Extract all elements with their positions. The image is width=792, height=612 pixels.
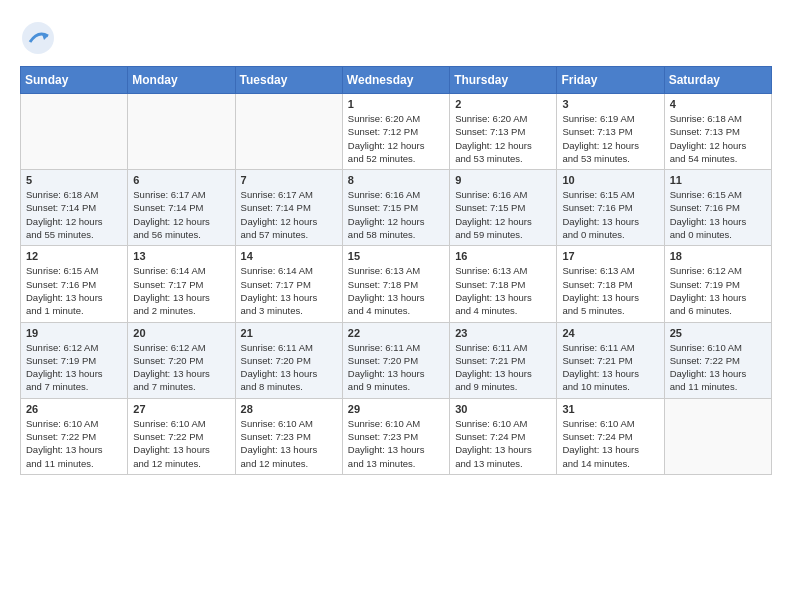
calendar-cell: 17Sunrise: 6:13 AM Sunset: 7:18 PM Dayli… [557,246,664,322]
day-info: Sunrise: 6:16 AM Sunset: 7:15 PM Dayligh… [348,188,444,241]
calendar-table: SundayMondayTuesdayWednesdayThursdayFrid… [20,66,772,475]
day-number: 11 [670,174,766,186]
calendar-header-row: SundayMondayTuesdayWednesdayThursdayFrid… [21,67,772,94]
calendar-cell: 23Sunrise: 6:11 AM Sunset: 7:21 PM Dayli… [450,322,557,398]
day-number: 2 [455,98,551,110]
day-number: 19 [26,327,122,339]
calendar-cell: 2Sunrise: 6:20 AM Sunset: 7:13 PM Daylig… [450,94,557,170]
calendar-cell: 24Sunrise: 6:11 AM Sunset: 7:21 PM Dayli… [557,322,664,398]
day-info: Sunrise: 6:10 AM Sunset: 7:23 PM Dayligh… [241,417,337,470]
day-info: Sunrise: 6:10 AM Sunset: 7:22 PM Dayligh… [670,341,766,394]
day-number: 1 [348,98,444,110]
day-info: Sunrise: 6:10 AM Sunset: 7:22 PM Dayligh… [133,417,229,470]
day-number: 28 [241,403,337,415]
calendar-cell: 9Sunrise: 6:16 AM Sunset: 7:15 PM Daylig… [450,170,557,246]
day-number: 20 [133,327,229,339]
calendar-cell: 15Sunrise: 6:13 AM Sunset: 7:18 PM Dayli… [342,246,449,322]
column-header-saturday: Saturday [664,67,771,94]
column-header-friday: Friday [557,67,664,94]
calendar-cell: 8Sunrise: 6:16 AM Sunset: 7:15 PM Daylig… [342,170,449,246]
day-number: 13 [133,250,229,262]
day-info: Sunrise: 6:11 AM Sunset: 7:21 PM Dayligh… [455,341,551,394]
calendar-cell: 21Sunrise: 6:11 AM Sunset: 7:20 PM Dayli… [235,322,342,398]
day-number: 9 [455,174,551,186]
day-number: 31 [562,403,658,415]
day-info: Sunrise: 6:12 AM Sunset: 7:19 PM Dayligh… [26,341,122,394]
calendar-cell: 10Sunrise: 6:15 AM Sunset: 7:16 PM Dayli… [557,170,664,246]
day-info: Sunrise: 6:13 AM Sunset: 7:18 PM Dayligh… [348,264,444,317]
calendar-cell: 30Sunrise: 6:10 AM Sunset: 7:24 PM Dayli… [450,398,557,474]
day-number: 21 [241,327,337,339]
day-number: 14 [241,250,337,262]
calendar-cell: 11Sunrise: 6:15 AM Sunset: 7:16 PM Dayli… [664,170,771,246]
column-header-wednesday: Wednesday [342,67,449,94]
column-header-tuesday: Tuesday [235,67,342,94]
day-info: Sunrise: 6:10 AM Sunset: 7:22 PM Dayligh… [26,417,122,470]
page-header [20,20,772,56]
calendar-cell: 26Sunrise: 6:10 AM Sunset: 7:22 PM Dayli… [21,398,128,474]
calendar-cell: 18Sunrise: 6:12 AM Sunset: 7:19 PM Dayli… [664,246,771,322]
calendar-cell: 29Sunrise: 6:10 AM Sunset: 7:23 PM Dayli… [342,398,449,474]
day-info: Sunrise: 6:17 AM Sunset: 7:14 PM Dayligh… [133,188,229,241]
day-info: Sunrise: 6:14 AM Sunset: 7:17 PM Dayligh… [133,264,229,317]
day-info: Sunrise: 6:18 AM Sunset: 7:13 PM Dayligh… [670,112,766,165]
calendar-cell: 22Sunrise: 6:11 AM Sunset: 7:20 PM Dayli… [342,322,449,398]
calendar-cell: 5Sunrise: 6:18 AM Sunset: 7:14 PM Daylig… [21,170,128,246]
calendar-cell: 4Sunrise: 6:18 AM Sunset: 7:13 PM Daylig… [664,94,771,170]
day-info: Sunrise: 6:20 AM Sunset: 7:13 PM Dayligh… [455,112,551,165]
day-info: Sunrise: 6:19 AM Sunset: 7:13 PM Dayligh… [562,112,658,165]
calendar-cell: 6Sunrise: 6:17 AM Sunset: 7:14 PM Daylig… [128,170,235,246]
calendar-cell [664,398,771,474]
calendar-cell: 27Sunrise: 6:10 AM Sunset: 7:22 PM Dayli… [128,398,235,474]
day-info: Sunrise: 6:13 AM Sunset: 7:18 PM Dayligh… [562,264,658,317]
day-number: 30 [455,403,551,415]
day-number: 27 [133,403,229,415]
day-info: Sunrise: 6:15 AM Sunset: 7:16 PM Dayligh… [562,188,658,241]
calendar-cell: 20Sunrise: 6:12 AM Sunset: 7:20 PM Dayli… [128,322,235,398]
day-number: 6 [133,174,229,186]
day-info: Sunrise: 6:16 AM Sunset: 7:15 PM Dayligh… [455,188,551,241]
day-number: 4 [670,98,766,110]
calendar-cell [128,94,235,170]
logo [20,20,58,56]
day-info: Sunrise: 6:15 AM Sunset: 7:16 PM Dayligh… [26,264,122,317]
day-number: 26 [26,403,122,415]
day-info: Sunrise: 6:15 AM Sunset: 7:16 PM Dayligh… [670,188,766,241]
day-number: 7 [241,174,337,186]
day-number: 15 [348,250,444,262]
day-info: Sunrise: 6:10 AM Sunset: 7:23 PM Dayligh… [348,417,444,470]
calendar-cell: 3Sunrise: 6:19 AM Sunset: 7:13 PM Daylig… [557,94,664,170]
calendar-week-0: 1Sunrise: 6:20 AM Sunset: 7:12 PM Daylig… [21,94,772,170]
calendar-week-4: 26Sunrise: 6:10 AM Sunset: 7:22 PM Dayli… [21,398,772,474]
calendar-cell: 19Sunrise: 6:12 AM Sunset: 7:19 PM Dayli… [21,322,128,398]
day-info: Sunrise: 6:12 AM Sunset: 7:19 PM Dayligh… [670,264,766,317]
calendar-cell: 13Sunrise: 6:14 AM Sunset: 7:17 PM Dayli… [128,246,235,322]
day-number: 3 [562,98,658,110]
day-number: 10 [562,174,658,186]
calendar-cell: 12Sunrise: 6:15 AM Sunset: 7:16 PM Dayli… [21,246,128,322]
calendar-cell: 7Sunrise: 6:17 AM Sunset: 7:14 PM Daylig… [235,170,342,246]
calendar-cell: 28Sunrise: 6:10 AM Sunset: 7:23 PM Dayli… [235,398,342,474]
calendar-week-3: 19Sunrise: 6:12 AM Sunset: 7:19 PM Dayli… [21,322,772,398]
column-header-monday: Monday [128,67,235,94]
day-number: 23 [455,327,551,339]
svg-point-0 [22,22,54,54]
day-number: 17 [562,250,658,262]
calendar-week-1: 5Sunrise: 6:18 AM Sunset: 7:14 PM Daylig… [21,170,772,246]
day-info: Sunrise: 6:11 AM Sunset: 7:20 PM Dayligh… [241,341,337,394]
day-number: 29 [348,403,444,415]
day-number: 25 [670,327,766,339]
day-number: 16 [455,250,551,262]
day-number: 8 [348,174,444,186]
calendar-cell: 16Sunrise: 6:13 AM Sunset: 7:18 PM Dayli… [450,246,557,322]
calendar-cell: 31Sunrise: 6:10 AM Sunset: 7:24 PM Dayli… [557,398,664,474]
day-number: 12 [26,250,122,262]
day-info: Sunrise: 6:12 AM Sunset: 7:20 PM Dayligh… [133,341,229,394]
day-number: 24 [562,327,658,339]
day-info: Sunrise: 6:10 AM Sunset: 7:24 PM Dayligh… [455,417,551,470]
day-number: 5 [26,174,122,186]
calendar-week-2: 12Sunrise: 6:15 AM Sunset: 7:16 PM Dayli… [21,246,772,322]
day-info: Sunrise: 6:17 AM Sunset: 7:14 PM Dayligh… [241,188,337,241]
logo-icon [20,20,56,56]
column-header-thursday: Thursday [450,67,557,94]
